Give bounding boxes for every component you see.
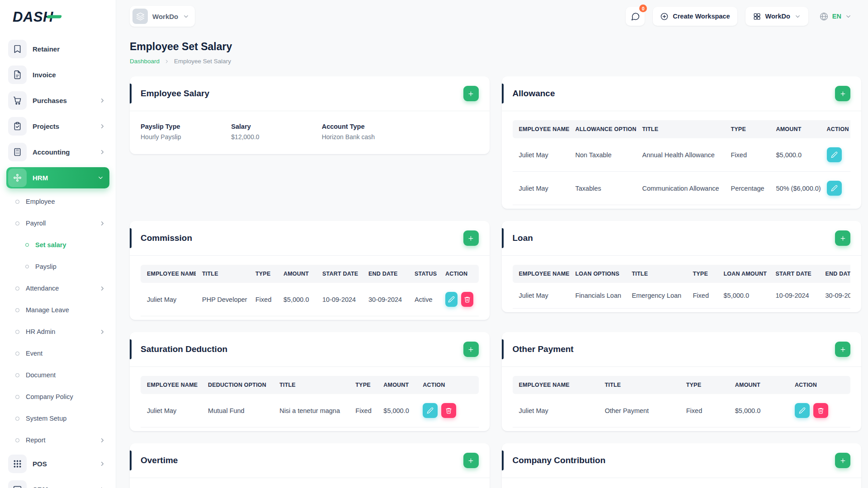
sidebar-item-payslip[interactable]: Payslip [6, 256, 109, 277]
plus-icon [467, 235, 474, 242]
sidebar-item-document[interactable]: Document [6, 364, 109, 386]
workdo-apps-button[interactable]: WorkDo [745, 7, 808, 26]
card-header: Company Contribution [502, 443, 862, 478]
table-cell: Mutual Fund [202, 394, 273, 427]
sidebar-item-attendance[interactable]: Attendance [6, 277, 109, 299]
bullet-icon [15, 200, 19, 204]
table-cell: Fixed [680, 394, 729, 427]
workspace-switcher[interactable]: WorkDo [130, 6, 195, 27]
add-saturation-deduction-button[interactable] [463, 342, 479, 357]
table-cell: Juliet May [513, 172, 569, 205]
sidebar-item-projects[interactable]: Projects [6, 113, 109, 139]
language-selector[interactable]: EN [816, 11, 854, 22]
sidebar-item-company-policy[interactable]: Company Policy [6, 386, 109, 408]
delete-button[interactable] [461, 292, 473, 307]
chat-bubble-icon [631, 12, 640, 21]
table-cell: 30-09-2024 [362, 283, 408, 316]
table-cell: Fixed [349, 394, 377, 427]
chevron-down-icon [183, 13, 189, 20]
add-allowance-button[interactable] [835, 86, 850, 101]
trash-icon [445, 407, 452, 414]
card-header: Commission [130, 221, 490, 256]
edit-button[interactable] [445, 292, 458, 307]
commission-table: EMPLOYEE NAME TITLE TYPE AMOUNT START DA… [141, 265, 479, 316]
breadcrumb: Dashboard Employee Set Salary [130, 58, 861, 65]
table-cell: 30-09-2024 [819, 283, 851, 309]
sidebar-item-retainer[interactable]: Retainer [6, 36, 109, 62]
edit-button[interactable] [423, 403, 438, 418]
bullet-icon [25, 243, 29, 247]
sidebar-item-pos[interactable]: POS [6, 451, 109, 477]
account-type-field: Account Type Horizon Bank cash [322, 123, 375, 141]
table-cell: 10-09-2024 [769, 283, 819, 309]
sidebar-item-system-setup[interactable]: System Setup [6, 408, 109, 429]
topbar-actions: 0 Create Workspace WorkDo EN [626, 7, 854, 26]
table-cell: 50% ($6,000.0) [770, 172, 821, 205]
trash-icon [817, 407, 824, 414]
table-header-row: EMPLOYEE NAME DEDUCTION OPTION TITLE TYP… [141, 376, 479, 394]
bullet-icon [15, 352, 19, 356]
table-cell: Taxables [569, 172, 636, 205]
edit-button[interactable] [827, 147, 842, 162]
topbar: WorkDo 0 Create Workspace WorkDo EN [116, 0, 868, 33]
chevron-down-icon [97, 174, 104, 181]
edit-button[interactable] [795, 403, 810, 418]
sidebar-item-report[interactable]: Report [6, 429, 109, 451]
sidebar-item-hr-admin[interactable]: HR Admin [6, 321, 109, 343]
sidebar-item-employee[interactable]: Employee [6, 191, 109, 212]
table-cell: Communication Allowance [636, 172, 725, 205]
table-cell: Other Payment [599, 394, 680, 427]
sidebar-item-hrm[interactable]: HRM [6, 167, 109, 188]
sidebar-item-accounting[interactable]: Accounting [6, 139, 109, 165]
sidebar-nav: Retainer Invoice Purchases Projects Acco… [0, 34, 116, 488]
add-commission-button[interactable] [463, 230, 479, 246]
pencil-icon [448, 296, 455, 303]
bullet-icon [15, 395, 19, 399]
table-cell-actions [821, 138, 851, 172]
sidebar-item-event[interactable]: Event [6, 343, 109, 364]
create-workspace-button[interactable]: Create Workspace [653, 7, 737, 26]
sidebar-item-payroll[interactable]: Payroll [6, 212, 109, 234]
add-loan-button[interactable] [835, 230, 850, 246]
table-header-row: EMPLOYEE NAME TITLE TYPE AMOUNT START DA… [141, 265, 479, 283]
overtime-card: Overtime [130, 443, 490, 488]
add-company-contribution-button[interactable] [835, 453, 850, 468]
plus-icon [840, 457, 846, 464]
saturation-deduction-card: Saturation Deduction EMPLOYEE NAME DEDUC… [130, 332, 490, 431]
trash-icon [464, 296, 471, 303]
table-cell: Emergency Loan [626, 283, 687, 309]
bullet-icon [15, 417, 19, 421]
add-other-payment-button[interactable] [835, 342, 850, 357]
table-row: Juliet May Financials Loan Emergency Loa… [513, 283, 851, 309]
table-cell: $5,000.0 [377, 394, 416, 427]
card-header: Overtime [130, 443, 490, 478]
table-cell: Fixed [249, 283, 277, 316]
table-cell: Financials Loan [569, 283, 626, 309]
sidebar-item-manage-leave[interactable]: Manage Leave [6, 299, 109, 321]
cards-grid: Employee Salary Payslip Type Hourly Pays… [130, 76, 861, 488]
status-cell: Active [408, 283, 439, 316]
sidebar-item-purchases[interactable]: Purchases [6, 88, 109, 113]
table-cell-actions [416, 394, 478, 427]
allowance-card: Allowance EMPLOYEE NAME ALLOWANCE OPTION… [502, 76, 862, 209]
allowance-table-wrap: EMPLOYEE NAME ALLOWANCE OPTION TITLE TYP… [513, 120, 851, 205]
crm-icon [8, 480, 27, 488]
chevron-right-icon [164, 59, 170, 64]
delete-button[interactable] [441, 403, 456, 418]
chevron-right-icon [99, 149, 106, 155]
edit-button[interactable] [827, 181, 842, 196]
add-employee-salary-button[interactable] [463, 86, 479, 101]
saturation-deduction-table: EMPLOYEE NAME DEDUCTION OPTION TITLE TYP… [141, 376, 479, 427]
delete-button[interactable] [813, 403, 828, 418]
sidebar-item-crm[interactable]: CRM [6, 477, 109, 488]
breadcrumb-dashboard-link[interactable]: Dashboard [130, 58, 160, 65]
add-overtime-button[interactable] [463, 453, 479, 468]
messages-button[interactable]: 0 [626, 7, 645, 26]
sidebar-item-invoice[interactable]: Invoice [6, 62, 109, 88]
sidebar-item-set-salary[interactable]: Set salary [6, 234, 109, 256]
purchases-icon [8, 91, 27, 110]
app-logo[interactable]: DASH [0, 0, 116, 34]
bullet-icon [15, 373, 19, 377]
loan-card: Loan EMPLOYEE NAME LOAN OPTIONS TITLE TY… [502, 221, 862, 312]
card-header: Allowance [502, 76, 862, 111]
